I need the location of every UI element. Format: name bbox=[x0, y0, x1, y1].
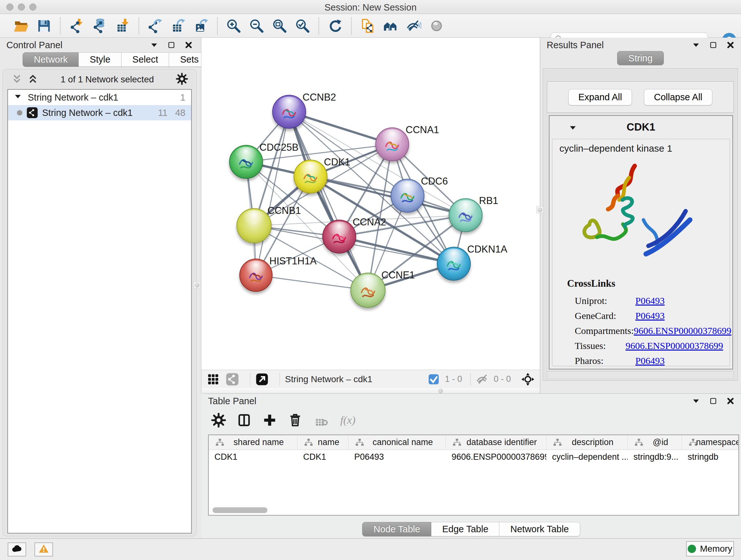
import-table-icon[interactable] bbox=[113, 17, 132, 35]
node-result-header[interactable]: CDK1 bbox=[549, 116, 732, 138]
network-edge[interactable] bbox=[256, 112, 289, 275]
network-node-CCNB2[interactable] bbox=[272, 95, 306, 129]
panel-menu-icon[interactable] bbox=[692, 397, 700, 405]
inactive-eye-icon[interactable] bbox=[427, 17, 446, 35]
collapse-entry-icon[interactable] bbox=[569, 124, 577, 133]
network-node-CDC6[interactable] bbox=[391, 179, 424, 212]
network-node-HIST1H1A[interactable] bbox=[239, 259, 273, 292]
horizontal-splitter[interactable] bbox=[201, 388, 540, 393]
table-cell[interactable]: stringdb bbox=[682, 450, 738, 464]
left-splitter-handle[interactable] bbox=[193, 282, 200, 289]
zoom-selected-icon[interactable] bbox=[293, 17, 312, 35]
panel-close-icon[interactable] bbox=[726, 41, 735, 49]
crosslink-link[interactable]: P06493 bbox=[635, 295, 665, 306]
table-row[interactable]: CDK1CDK1P064939606.ENSP00000378699cyclin… bbox=[209, 450, 738, 464]
tab-network-table[interactable]: Network Table bbox=[499, 522, 580, 537]
cloud-status-button[interactable] bbox=[8, 543, 26, 557]
table-cell[interactable]: cyclin–dependent ... bbox=[546, 450, 628, 464]
network-options-gear-icon[interactable] bbox=[176, 73, 188, 86]
column-header-description[interactable]: description bbox=[546, 435, 628, 449]
hidden-eye-icon[interactable] bbox=[476, 373, 489, 386]
table-cell[interactable]: 9606.ENSP00000378699 bbox=[446, 450, 546, 464]
network-row[interactable]: String Network – cdk1 11 48 bbox=[8, 105, 191, 120]
gear-icon[interactable] bbox=[211, 413, 226, 429]
panel-float-icon[interactable] bbox=[167, 41, 176, 49]
network-node-CDK1[interactable] bbox=[293, 160, 327, 193]
table-cell[interactable]: stringdb:9... bbox=[628, 450, 682, 464]
duplicate-network-icon[interactable] bbox=[358, 17, 377, 35]
crosslink-label: Uniprot: bbox=[575, 295, 635, 306]
trash-icon[interactable] bbox=[288, 413, 302, 429]
network-node-RB1[interactable] bbox=[449, 198, 482, 232]
export-network-icon[interactable] bbox=[146, 17, 164, 35]
panel-menu-icon[interactable] bbox=[150, 41, 158, 49]
network-node-CCNA2[interactable] bbox=[322, 220, 356, 253]
node-result-body: cyclin–dependent kinase 1 CrossLinks Uni… bbox=[552, 139, 730, 366]
table-delete-icon[interactable] bbox=[313, 413, 328, 429]
column-header-canonical-name[interactable]: canonical name bbox=[348, 435, 446, 449]
memory-status-dot bbox=[688, 545, 696, 553]
column-header-name[interactable]: name bbox=[297, 435, 348, 449]
show-grid-icon[interactable] bbox=[206, 373, 220, 386]
column-header-id[interactable]: @id bbox=[628, 435, 682, 449]
hide-eye-icon[interactable] bbox=[404, 17, 423, 35]
save-session-icon[interactable] bbox=[35, 17, 53, 35]
open-session-icon[interactable] bbox=[12, 17, 30, 35]
crosslink-link[interactable]: 9606.ENSP00000378699 bbox=[625, 340, 723, 351]
collapse-all-icon[interactable] bbox=[11, 73, 23, 86]
panel-float-icon[interactable] bbox=[709, 397, 718, 405]
collapse-all-button[interactable]: Collapse All bbox=[644, 89, 712, 105]
network-node-CCNA1[interactable] bbox=[375, 127, 409, 161]
selected-checkbox-icon[interactable] bbox=[427, 373, 441, 386]
network-node-CCNB1[interactable] bbox=[237, 208, 272, 243]
column-header-database-identifier[interactable]: database identifier bbox=[446, 435, 546, 449]
tab-select[interactable]: Select bbox=[121, 52, 170, 67]
table-cell[interactable]: P06493 bbox=[348, 450, 446, 464]
birdseye-view-icon[interactable] bbox=[255, 373, 269, 386]
tab-node-table[interactable]: Node Table bbox=[362, 522, 431, 537]
table-cell[interactable]: CDK1 bbox=[209, 450, 297, 464]
right-splitter-handle[interactable] bbox=[536, 206, 543, 213]
fx-icon[interactable]: f(x) bbox=[339, 413, 359, 429]
table-cell[interactable]: CDK1 bbox=[297, 450, 348, 464]
tab-string[interactable]: String bbox=[617, 51, 664, 65]
tab-style[interactable]: Style bbox=[78, 52, 121, 67]
network-collection-row[interactable]: String Network – cdk1 1 bbox=[8, 90, 191, 105]
import-network-file-icon[interactable] bbox=[67, 17, 86, 35]
zoom-in-icon[interactable] bbox=[224, 17, 243, 35]
expand-all-icon[interactable] bbox=[27, 73, 39, 86]
panel-close-icon[interactable] bbox=[185, 41, 193, 49]
panel-close-icon[interactable] bbox=[726, 397, 735, 405]
network-type-icon[interactable] bbox=[226, 373, 239, 386]
export-table-icon[interactable] bbox=[169, 17, 187, 35]
tab-network[interactable]: Network bbox=[23, 52, 79, 67]
fit-selected-crosshair-icon[interactable] bbox=[521, 373, 535, 386]
column-header-namespace[interactable]: namespace bbox=[682, 435, 738, 449]
warning-status-button[interactable] bbox=[35, 543, 53, 557]
network-edge[interactable] bbox=[339, 237, 454, 264]
network-node-CCNE1[interactable] bbox=[350, 273, 386, 308]
tab-edge-table[interactable]: Edge Table bbox=[431, 522, 500, 537]
refresh-icon[interactable] bbox=[326, 17, 344, 35]
network-node-CDKN1A[interactable] bbox=[437, 247, 471, 281]
plus-icon[interactable] bbox=[262, 413, 277, 429]
memory-button[interactable]: Memory bbox=[686, 541, 734, 557]
crosslink-link[interactable]: 9606.ENSP00000378699 bbox=[634, 325, 731, 336]
import-network-database-icon[interactable] bbox=[90, 17, 109, 35]
zoom-fit-icon[interactable] bbox=[270, 17, 289, 35]
crosslink-link[interactable]: P06493 bbox=[635, 355, 665, 366]
column-header-shared-name[interactable]: shared name bbox=[209, 435, 297, 449]
string-home-icon[interactable] bbox=[381, 17, 400, 35]
panel-menu-icon[interactable] bbox=[692, 41, 700, 49]
table-horizontal-scrollbar[interactable] bbox=[212, 507, 267, 513]
panel-float-icon[interactable] bbox=[709, 41, 718, 49]
columns-icon[interactable] bbox=[237, 413, 252, 429]
network-node-CDC25B[interactable] bbox=[229, 145, 263, 179]
zoom-out-icon[interactable] bbox=[247, 17, 266, 35]
network-canvas[interactable]: CCNB2 CCNA1 CDC25B CDK1 CDC6 RB1CCNB1 bbox=[201, 38, 540, 370]
results-scrollbar-track[interactable] bbox=[547, 371, 734, 379]
export-image-icon[interactable] bbox=[192, 17, 210, 35]
collection-expand-icon[interactable] bbox=[14, 92, 22, 103]
expand-all-button[interactable]: Expand All bbox=[568, 89, 632, 105]
crosslink-link[interactable]: P06493 bbox=[635, 310, 665, 321]
